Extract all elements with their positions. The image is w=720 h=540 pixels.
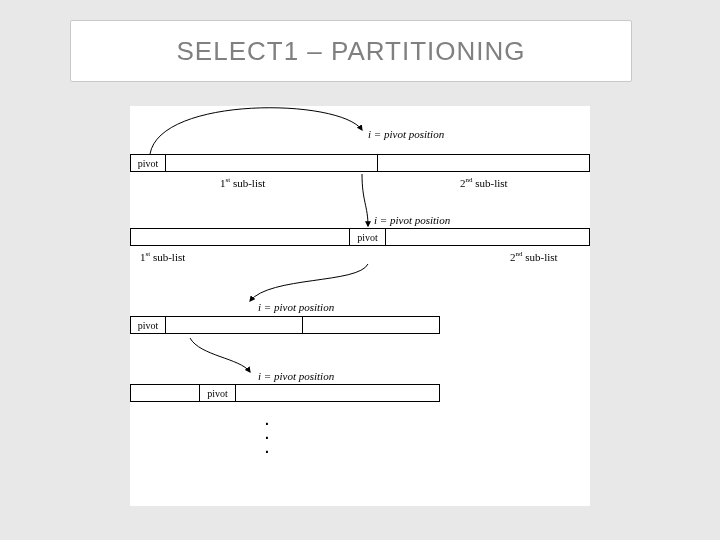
row1-right [378, 154, 590, 172]
second-sublist-2: 2nd sub-list [510, 250, 558, 263]
ellipsis-dot-2: . [265, 430, 269, 438]
first-sublist-2: 1st sub-list [140, 250, 185, 263]
pivot-pos-label-3: i = pivot position [258, 301, 334, 313]
row3-left [166, 316, 303, 334]
partition-diagram: i = pivot position pivot 1st sub-list 2n… [130, 106, 590, 506]
row4-left [130, 384, 200, 402]
ellipsis-dot-3: . [265, 444, 269, 452]
slide-title-text: SELECT1 – PARTITIONING [176, 36, 525, 67]
row2-right [386, 228, 590, 246]
row4-right [236, 384, 440, 402]
pivot-cell-1: pivot [130, 154, 166, 172]
row2-left [130, 228, 350, 246]
pivot-pos-label-1: i = pivot position [368, 128, 444, 140]
row1-left [166, 154, 378, 172]
row3-right [303, 316, 440, 334]
pivot-cell-4: pivot [200, 384, 236, 402]
pivot-cell-2: pivot [350, 228, 386, 246]
first-sublist-1: 1st sub-list [220, 176, 265, 189]
slide-title: SELECT1 – PARTITIONING [70, 20, 632, 82]
pivot-pos-label-4: i = pivot position [258, 370, 334, 382]
pivot-pos-label-2: i = pivot position [374, 214, 450, 226]
second-sublist-1: 2nd sub-list [460, 176, 508, 189]
pivot-cell-3: pivot [130, 316, 166, 334]
ellipsis-dot-1: . [265, 416, 269, 424]
